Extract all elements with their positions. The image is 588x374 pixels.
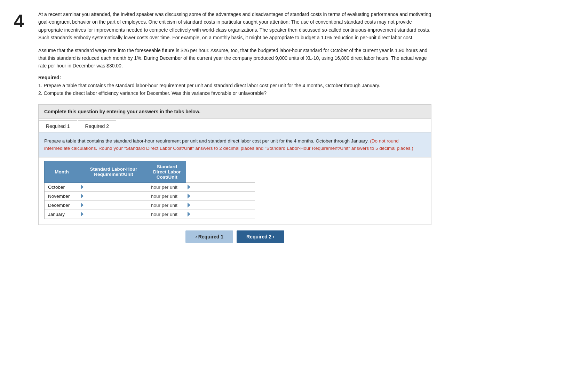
required-item-2: 2. Compute the direct labor efficiency v…: [38, 89, 431, 97]
col-header-direct-labor: StandardDirect LaborCost/Unit: [148, 161, 186, 182]
triangle-indicator-cost-icon: [188, 185, 190, 189]
triangle-indicator-cost-icon: [188, 212, 190, 217]
tab-main-text: Prepare a table that contains the standa…: [44, 138, 369, 144]
question-container: 4 At a recent seminar you attended, the …: [14, 10, 431, 243]
prev-chevron-icon: ‹: [195, 234, 197, 239]
complete-instruction: Complete this question by entering your …: [38, 104, 431, 119]
labor-hour-cell-december[interactable]: [79, 201, 148, 210]
cost-cell-november[interactable]: [186, 192, 255, 201]
cost-input-january[interactable]: [192, 210, 255, 218]
paragraph1: At a recent seminar you attended, the in…: [38, 10, 431, 42]
triangle-indicator-icon: [81, 185, 84, 189]
required-label: Required:: [38, 75, 431, 80]
col-header-labor-hour: Standard Labor-HourRequirement/Unit: [79, 161, 148, 182]
required-items: 1. Prepare a table that contains the sta…: [38, 82, 431, 97]
prev-label: Required 1: [198, 234, 223, 239]
question-body: At a recent seminar you attended, the in…: [38, 10, 431, 243]
nav-buttons: ‹ Required 1 Required 2 ›: [38, 230, 431, 243]
cost-input-october[interactable]: [192, 183, 255, 191]
labor-hour-input-january[interactable]: [85, 210, 148, 218]
tabs-header: Required 1 Required 2: [39, 119, 431, 132]
question-number: 4: [14, 10, 31, 243]
table-row: Octoberhour per unit: [45, 182, 255, 192]
labor-hour-cell-january[interactable]: [79, 210, 148, 219]
triangle-indicator-icon: [81, 203, 84, 208]
month-cell-november: November: [45, 192, 79, 201]
labor-hour-input-october[interactable]: [85, 183, 148, 191]
labor-hour-input-november[interactable]: [85, 192, 148, 200]
table-row: Novemberhour per unit: [45, 192, 255, 201]
tab-content-required-1: Prepare a table that contains the standa…: [39, 132, 431, 157]
prev-button[interactable]: ‹ Required 1: [185, 230, 233, 243]
cost-cell-october[interactable]: [186, 182, 255, 192]
labor-hour-cell-november[interactable]: [79, 192, 148, 201]
tab-required-2[interactable]: Required 2: [78, 120, 117, 132]
cost-input-december[interactable]: [192, 201, 255, 209]
required-item-1: 1. Prepare a table that contains the sta…: [38, 82, 431, 89]
tabs-area: Required 1 Required 2 Prepare a table th…: [38, 119, 431, 225]
triangle-indicator-icon: [81, 194, 84, 198]
next-button[interactable]: Required 2 ›: [237, 230, 284, 243]
cost-cell-december[interactable]: [186, 201, 255, 210]
cost-cell-january[interactable]: [186, 210, 255, 219]
table-row: Decemberhour per unit: [45, 201, 255, 210]
labor-hour-cell-october[interactable]: [79, 182, 148, 192]
unit-text-november: hour per unit: [148, 192, 186, 201]
col-header-month: Month: [45, 161, 79, 182]
triangle-indicator-cost-icon: [188, 194, 190, 198]
table-row: Januaryhour per unit: [45, 210, 255, 219]
month-cell-october: October: [45, 182, 79, 192]
cost-input-november[interactable]: [192, 192, 255, 200]
unit-text-december: hour per unit: [148, 201, 186, 210]
labor-hour-input-december[interactable]: [85, 201, 148, 209]
unit-text-january: hour per unit: [148, 210, 186, 219]
data-table: Month Standard Labor-HourRequirement/Uni…: [44, 161, 255, 219]
next-chevron-icon: ›: [273, 234, 274, 239]
unit-text-october: hour per unit: [148, 182, 186, 192]
triangle-indicator-cost-icon: [188, 203, 190, 208]
tab-required-1[interactable]: Required 1: [39, 120, 77, 132]
month-cell-december: December: [45, 201, 79, 210]
next-label: Required 2: [246, 234, 271, 239]
month-cell-january: January: [45, 210, 79, 219]
paragraph2: Assume that the standard wage rate into …: [38, 47, 431, 70]
table-wrapper: Month Standard Labor-HourRequirement/Uni…: [39, 157, 431, 225]
triangle-indicator-icon: [81, 212, 84, 217]
